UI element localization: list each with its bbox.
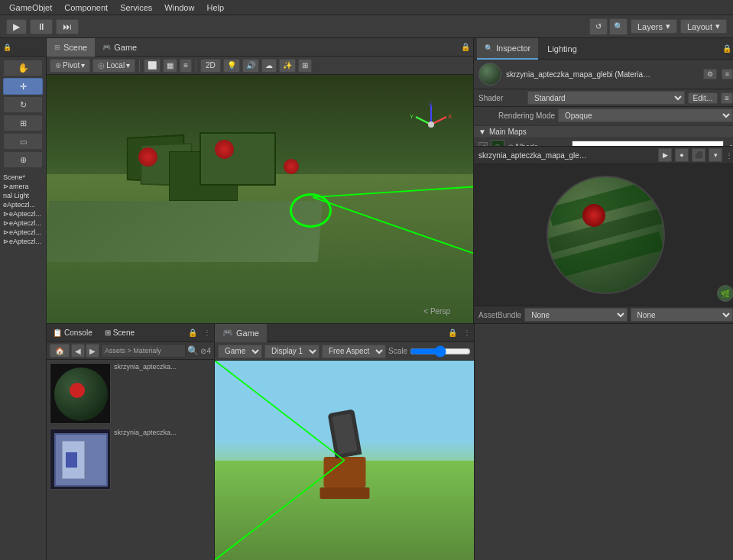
console-tab[interactable]: 📋 Console [47, 324, 99, 342]
asset-label-1: skrzynia_apteczka... [114, 363, 211, 371]
menu-component[interactable]: Component [58, 3, 114, 12]
hierarchy-item-4[interactable]: ⊳eApteczl... [2, 228, 44, 237]
move-tool[interactable]: ✛ [3, 78, 43, 95]
assets-count: ⊘4 [200, 347, 211, 355]
undo-button[interactable]: ↺ [589, 18, 608, 35]
assets-search-icon[interactable]: 🔍 [187, 345, 199, 356]
shader-dropdown[interactable]: Standard [527, 91, 685, 105]
hierarchy-item-camera[interactable]: ⊳amera [2, 182, 44, 191]
preview-sphere [547, 176, 665, 294]
assets-forward-btn[interactable]: ▶ [86, 344, 99, 358]
asset-thumb-1 [50, 363, 111, 424]
2d-btn[interactable]: 2D [200, 59, 221, 73]
bottom-right-spacer [474, 324, 733, 560]
menu-gameobject[interactable]: GameObjet [3, 3, 58, 12]
preview-cube-btn[interactable]: ⬛ [692, 148, 705, 162]
hierarchy-item-5[interactable]: ⊳eApteczl... [2, 237, 44, 246]
audio-btn[interactable]: 🔊 [242, 59, 259, 73]
preview-opts-btn[interactable]: ▾ [709, 148, 722, 162]
preview-play-btn[interactable]: ▶ [658, 148, 672, 162]
assets-path: Assets > Materiały [105, 347, 161, 354]
scene-tab-label: Scene [63, 43, 87, 52]
svg-point-3 [428, 121, 434, 128]
scene-tab-icon: ⊞ [54, 44, 60, 51]
preview-more-icon[interactable]: ⋮ [725, 151, 733, 160]
asset-item-2[interactable]: skrzynia_apteczka... [50, 429, 211, 490]
material-name: skrzynia_apteczka_mapa_glebi (Materia… [506, 70, 699, 79]
material-icon [478, 63, 501, 86]
shader-options-btn[interactable]: ≡ [721, 92, 733, 104]
skybox-btn[interactable]: ☁ [261, 59, 277, 73]
menu-window[interactable]: Window [158, 3, 200, 12]
menu-services[interactable]: Services [114, 3, 158, 12]
rendering-mode-dropdown[interactable]: Opaque [558, 108, 733, 122]
svg-text:X: X [448, 113, 452, 120]
play-button[interactable]: ▶ [6, 19, 27, 34]
scale-slider[interactable] [410, 347, 471, 356]
scale-label: Scale [388, 347, 407, 355]
scene-bottom-tab[interactable]: ⊞ Scene [99, 324, 141, 342]
transform-tool[interactable]: ⊕ [3, 151, 43, 168]
scene-lock-icon: 🔒 [458, 43, 473, 51]
lock-icon: 🔒 [3, 44, 11, 51]
lighting-tab[interactable]: Lighting [540, 38, 585, 60]
local-dropdown[interactable]: ◎Local▾ [92, 59, 135, 73]
scene-gizmo[interactable]: X Y Z [408, 102, 454, 147]
scale-tool[interactable]: ⊞ [3, 115, 43, 131]
scene-tab[interactable]: ⊞ Scene [47, 38, 95, 57]
hierarchy-item-3[interactable]: ⊳eApteczl... [2, 218, 44, 228]
game-viewport[interactable] [215, 361, 474, 560]
game-options-icon[interactable]: ⋮ [460, 329, 474, 337]
light-btn[interactable]: 💡 [223, 59, 240, 73]
pause-button[interactable]: ⏸ [30, 19, 53, 34]
fx-btn[interactable]: ✨ [279, 59, 296, 73]
display-dropdown[interactable]: Display 1 [264, 345, 319, 358]
inspector-more-btn[interactable]: ≡ [722, 69, 733, 79]
hierarchy-item-1[interactable]: eApteczl... [2, 200, 44, 209]
search-button[interactable]: 🔍 [609, 18, 628, 35]
preview-sphere-btn[interactable]: ● [675, 148, 689, 162]
panel-collapse-icon[interactable]: ⋮ [200, 329, 214, 337]
rotate-tool[interactable]: ↻ [3, 96, 43, 113]
assets-home-btn[interactable]: 🏠 [50, 344, 70, 358]
camera-dropdown[interactable]: Game [218, 345, 262, 358]
layout-btn[interactable]: ≡ [180, 59, 192, 73]
albedo-thumb[interactable]: ⊞ [491, 140, 504, 146]
step-button[interactable]: ⏭ [56, 19, 79, 34]
material-preview-viewport: 🌿 [474, 164, 733, 306]
menu-help[interactable]: Help [200, 3, 230, 12]
hierarchy-item-2[interactable]: ⊳eApteczl... [2, 209, 44, 218]
grid-btn[interactable]: ⊞ [298, 59, 312, 73]
asset-bundle-dropdown-1[interactable]: None [524, 308, 627, 322]
hierarchy-item-scene[interactable]: Scene* [2, 173, 44, 182]
asset-bundle-dropdown-2[interactable]: None [631, 308, 733, 322]
bottom-left-panel: 📋 Console ⊞ Scene 🔒 ⋮ 🏠 ◀ [47, 324, 215, 560]
shader-label: Shader [478, 94, 524, 102]
shaded-btn[interactable]: ⬜ [144, 59, 161, 73]
assets-back-btn[interactable]: ◀ [71, 344, 85, 358]
scene-viewport[interactable]: X Y Z < Persp [47, 75, 473, 323]
preview-bottom-icon[interactable]: 🌿 [717, 285, 733, 302]
rect-tool[interactable]: ▭ [3, 133, 43, 150]
game-bottom-tab[interactable]: 🎮 Game [215, 324, 267, 342]
asset-item-1[interactable]: skrzynia_apteczka... [50, 363, 211, 424]
layers-dropdown[interactable]: Layers▾ [631, 19, 677, 34]
hand-tool[interactable]: ✋ [3, 60, 43, 76]
svg-text:Z: Z [429, 102, 433, 106]
layout-dropdown[interactable]: Layout▾ [680, 19, 727, 34]
main-maps-expand[interactable]: ▼ [478, 128, 486, 136]
shader-edit-btn[interactable]: Edit... [688, 92, 718, 104]
main-toolbar: ▶ ⏸ ⏭ ↺ 🔍 Layers▾ Layout▾ [0, 15, 733, 38]
panel-lock-icon: 🔒 [185, 329, 200, 337]
hierarchy-item-light[interactable]: nal Light [2, 191, 44, 200]
pivot-dropdown[interactable]: ⊕Pivot▾ [50, 59, 90, 73]
aspect-dropdown[interactable]: Free Aspect [322, 345, 386, 358]
inspector-menu-btn[interactable]: ⚙ [703, 69, 717, 79]
inspector-tab[interactable]: 🔍 Inspector [477, 38, 538, 60]
albedo-color[interactable] [572, 141, 724, 146]
inspector-lock[interactable]: 🔒 [719, 44, 733, 53]
material-preview-name: skrzynia_apteczka_mapa_gle… [478, 151, 655, 160]
game-tab-top[interactable]: 🎮 Game [95, 38, 144, 57]
persp-label: < Persp [423, 307, 450, 316]
wireframe-btn[interactable]: ▦ [163, 59, 177, 73]
